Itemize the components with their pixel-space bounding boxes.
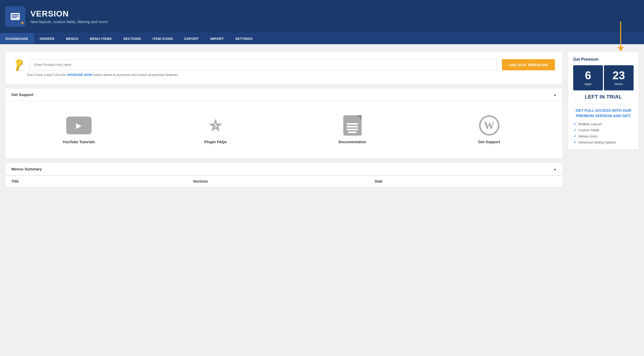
svg-rect-2: [12, 16, 19, 17]
col-title: Title: [11, 179, 193, 183]
banner-icon: [5, 6, 25, 27]
check-icon-2: ✓: [573, 134, 576, 138]
hours-label: hours: [606, 82, 631, 86]
support-grid: YouTube Tutorials ★ 5 Plugin FAQs: [5, 101, 563, 158]
key-icon: 🔑: [11, 57, 26, 72]
nav-sections[interactable]: SECTIONS: [118, 33, 147, 44]
days-number: 6: [576, 70, 600, 81]
hours-box: 23 hours: [604, 65, 634, 90]
support-item-docs[interactable]: Documentation: [284, 111, 421, 148]
nav-item-icons[interactable]: ITEM ICONS: [147, 33, 179, 44]
check-icon-1: ✓: [573, 128, 576, 132]
menus-section-title: Menus Summary: [11, 167, 42, 171]
premium-row: 🔑 UNLOCK PREMIUM: [13, 59, 555, 70]
support-section: Get Support ▲ YouTube Tutorials ★: [5, 88, 563, 158]
doc-line-4: [348, 132, 357, 133]
star-icon-wrap: ★ 5: [203, 115, 228, 136]
menus-section-header[interactable]: Menus Summary ▲: [5, 163, 563, 175]
countdown-row: 6 days 23 hours: [573, 65, 634, 90]
menus-summary-section: Menus Summary ▲ Title Sections Date: [5, 163, 563, 187]
star-number: 5: [214, 122, 217, 129]
support-label-docs: Documentation: [338, 140, 366, 144]
check-icon-3: ✓: [573, 140, 576, 144]
upgrade-hint: Don't have a key? Use the UPGRADE NOW bu…: [27, 73, 555, 77]
svg-rect-1: [12, 14, 19, 15]
doc-line-1: [347, 123, 358, 125]
arrow-head: [618, 47, 624, 51]
feature-item-3: ✓ Advanced Styling Options: [573, 140, 634, 144]
youtube-icon-wrap: [66, 115, 92, 136]
svg-rect-3: [12, 17, 17, 18]
nav-orders[interactable]: ORDERS: [34, 33, 60, 44]
trial-text: LEFT IN TRIAL: [573, 94, 634, 100]
header-banner: VERSION New layouts, custom fields, filt…: [0, 0, 644, 33]
content-area: 🔑 UNLOCK PREMIUM Don't have a key? Use t…: [5, 52, 563, 187]
feature-item-0: ✓ Multiple Layouts: [573, 122, 634, 126]
unlock-premium-button[interactable]: UNLOCK PREMIUM: [502, 59, 555, 70]
support-section-header[interactable]: Get Support ▲: [5, 88, 563, 101]
feature-item-1: ✓ Custom Fields: [573, 128, 634, 132]
arrow-shaft: [620, 21, 621, 47]
feature-label-1: Custom Fields: [578, 128, 599, 132]
navigation: DASHBOARD ORDERS MENUS MENU ITEMS SECTIO…: [0, 33, 644, 44]
nav-export[interactable]: EXPORT: [179, 33, 205, 44]
doc-line-3: [347, 129, 358, 130]
col-sections: Sections: [193, 179, 375, 183]
doc-line-2: [347, 126, 358, 127]
nav-import[interactable]: IMPORT: [205, 33, 230, 44]
panel-title: Get Premium: [573, 57, 634, 62]
banner-text: VERSION New layouts, custom fields, filt…: [30, 9, 108, 24]
banner-title: VERSION: [30, 9, 108, 19]
support-label-wp: Get Support: [478, 140, 500, 144]
right-sidebar: Get Premium 6 days 23 hours LEFT IN TRIA…: [568, 52, 639, 187]
support-label-youtube: YouTube Tutorials: [62, 140, 95, 144]
feature-label-2: Dietary Icons: [578, 134, 598, 138]
days-label: days: [576, 82, 600, 86]
doc-icon-wrap: [340, 115, 365, 136]
arrow-indicator: [618, 21, 624, 51]
support-item-faqs[interactable]: ★ 5 Plugin FAQs: [147, 111, 284, 148]
support-label-faqs: Plugin FAQs: [204, 140, 227, 144]
upgrade-now-link[interactable]: UPGRADE NOW: [67, 73, 92, 77]
nav-settings[interactable]: SETTINGS: [230, 33, 259, 44]
features-list: ✓ Multiple Layouts ✓ Custom Fields ✓ Die…: [573, 122, 634, 144]
check-icon-0: ✓: [573, 122, 576, 126]
nav-menus[interactable]: MENUS: [60, 33, 84, 44]
col-date: Date: [375, 179, 556, 183]
banner-subtitle: New layouts, custom fields, filtering an…: [30, 20, 108, 24]
table-header: Title Sections Date: [5, 175, 563, 187]
premium-panel: Get Premium 6 days 23 hours LEFT IN TRIA…: [568, 52, 639, 150]
support-section-title: Get Support: [11, 92, 33, 97]
premium-key-section: 🔑 UNLOCK PREMIUM Don't have a key? Use t…: [5, 52, 563, 84]
menus-collapse-icon: ▲: [553, 167, 556, 171]
support-item-wp[interactable]: W Get Support: [421, 111, 557, 148]
nav-dashboard[interactable]: DASHBOARD: [0, 33, 34, 44]
days-box: 6 days: [573, 65, 603, 90]
nav-menu-items[interactable]: MENU ITEMS: [84, 33, 118, 44]
panel-divider: [573, 104, 634, 104]
wp-icon-wrap: W: [477, 115, 502, 136]
full-access-text: GET FULL ACCESS WITH OUR PREMIUM VERSION…: [573, 108, 634, 118]
hours-number: 23: [606, 70, 631, 81]
wp-icon: W: [479, 115, 499, 136]
youtube-icon: [66, 117, 92, 134]
feature-label-0: Multiple Layouts: [578, 122, 602, 126]
feature-label-3: Advanced Styling Options: [578, 140, 616, 144]
doc-corner: [357, 115, 362, 120]
support-item-youtube[interactable]: YouTube Tutorials: [10, 111, 147, 148]
doc-icon: [343, 115, 362, 136]
main-container: 🔑 UNLOCK PREMIUM Don't have a key? Use t…: [0, 44, 644, 195]
collapse-icon: ▲: [553, 93, 556, 96]
feature-item-2: ✓ Dietary Icons: [573, 134, 634, 138]
product-key-input[interactable]: [29, 59, 497, 70]
